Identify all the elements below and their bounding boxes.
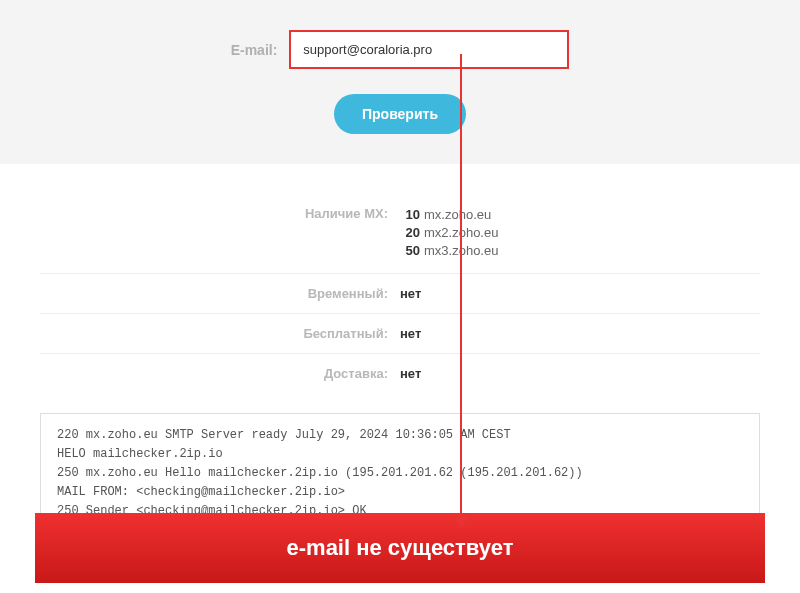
temporary-row: Временный: нет	[40, 274, 760, 314]
mx-priority: 20	[400, 224, 420, 242]
temporary-label: Временный:	[40, 286, 400, 301]
mx-host: mx.zoho.eu	[424, 206, 491, 224]
free-label: Бесплатный:	[40, 326, 400, 341]
mx-label: Наличие MX:	[40, 206, 400, 221]
mx-priority: 50	[400, 242, 420, 260]
mx-record: 50 mx3.zoho.eu	[400, 242, 760, 260]
mx-host: mx2.zoho.eu	[424, 224, 498, 242]
mx-host: mx3.zoho.eu	[424, 242, 498, 260]
delivery-row: Доставка: нет	[40, 354, 760, 393]
check-button[interactable]: Проверить	[334, 94, 466, 134]
free-value: нет	[400, 326, 760, 341]
email-input[interactable]	[289, 30, 569, 69]
mx-record: 20 mx2.zoho.eu	[400, 224, 760, 242]
email-label: E-mail:	[231, 42, 278, 58]
form-section: E-mail: Проверить	[0, 0, 800, 164]
mx-row: Наличие MX: 10 mx.zoho.eu 20 mx2.zoho.eu…	[40, 194, 760, 274]
mx-priority: 10	[400, 206, 420, 224]
temporary-value: нет	[400, 286, 760, 301]
status-banner: e-mail не существует	[35, 513, 765, 583]
delivery-label: Доставка:	[40, 366, 400, 381]
mx-value: 10 mx.zoho.eu 20 mx2.zoho.eu 50 mx3.zoho…	[400, 206, 760, 261]
delivery-value: нет	[400, 366, 760, 381]
free-row: Бесплатный: нет	[40, 314, 760, 354]
email-form-row: E-mail:	[40, 30, 760, 69]
mx-record: 10 mx.zoho.eu	[400, 206, 760, 224]
results-section: Наличие MX: 10 mx.zoho.eu 20 mx2.zoho.eu…	[0, 164, 800, 403]
